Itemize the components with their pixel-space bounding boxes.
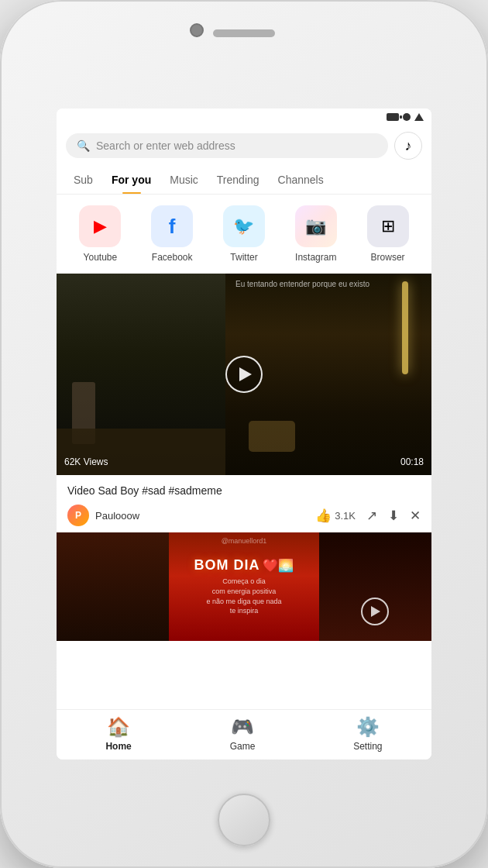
youtube-icon-circle: ▶ bbox=[79, 205, 121, 247]
like-count: 3.1K bbox=[335, 510, 356, 522]
phone-frame: 🔍 Search or enter web address ♪ Sub For … bbox=[0, 0, 488, 868]
phone-screen: 🔍 Search or enter web address ♪ Sub For … bbox=[57, 108, 431, 760]
app-youtube[interactable]: ▶ Youtube bbox=[79, 205, 121, 263]
like-button[interactable]: 👍 3.1K bbox=[315, 508, 356, 524]
video2-play-icon bbox=[371, 606, 380, 617]
bottom-nav: 🏠 Home 🎮 Game ⚙️ Setting bbox=[57, 709, 431, 760]
game-icon: 🎮 bbox=[231, 716, 254, 738]
nav-home-label: Home bbox=[105, 741, 131, 752]
video1-info: Video Sad Boy #sad #sadmeme P Paulooow 👍… bbox=[57, 475, 431, 532]
phone-speaker bbox=[213, 29, 275, 37]
nav-game[interactable]: 🎮 Game bbox=[230, 716, 256, 752]
app-facebook[interactable]: f Facebook bbox=[151, 205, 193, 263]
video1-title: Video Sad Boy #sad #sadmeme bbox=[67, 484, 421, 497]
tab-sub[interactable]: Sub bbox=[64, 166, 102, 194]
nav-game-label: Game bbox=[230, 741, 256, 752]
tab-trending[interactable]: Trending bbox=[208, 166, 269, 194]
signal-icon bbox=[414, 113, 424, 121]
tab-for-you[interactable]: For you bbox=[102, 166, 160, 194]
nav-setting-label: Setting bbox=[353, 741, 382, 752]
facebook-icon: f bbox=[169, 215, 176, 239]
tiktok-icon: ♪ bbox=[405, 138, 412, 154]
browser-label: Browser bbox=[371, 252, 405, 263]
network-dot-icon bbox=[403, 113, 411, 121]
twitter-icon: 🐦 bbox=[233, 216, 254, 236]
status-bar bbox=[57, 108, 431, 126]
video2-play-button[interactable] bbox=[361, 598, 389, 625]
video2-subtitle: Começa o diacom energia positivae não me… bbox=[206, 577, 281, 615]
youtube-icon: ▶ bbox=[94, 216, 107, 236]
author-name[interactable]: Paulooow bbox=[95, 510, 309, 522]
app-twitter[interactable]: 🐦 Twitter bbox=[223, 205, 265, 263]
share-icon: ↗ bbox=[366, 508, 377, 524]
video1-views: 62K Views bbox=[64, 456, 108, 467]
share-button[interactable]: ↗ bbox=[366, 508, 377, 524]
close-icon: ✕ bbox=[410, 508, 421, 524]
like-icon: 👍 bbox=[315, 508, 332, 524]
author-avatar: P bbox=[67, 505, 89, 526]
instagram-label: Instagram bbox=[295, 252, 336, 263]
video1-actions: 👍 3.1K ↗ ⬇ ✕ bbox=[315, 508, 421, 524]
tiktok-button[interactable]: ♪ bbox=[394, 132, 422, 160]
video1-meta: P Paulooow 👍 3.1K ↗ ⬇ ✕ bbox=[67, 505, 421, 526]
browser-icon: ⊞ bbox=[381, 216, 395, 236]
battery-icon bbox=[387, 113, 399, 121]
instagram-icon: 📷 bbox=[305, 216, 326, 236]
video1-caption: Eu tentando entender porque eu existo bbox=[235, 280, 369, 288]
app-icons-row: ▶ Youtube f Facebook 🐦 Twitter 📷 bbox=[57, 195, 431, 274]
facebook-icon-circle: f bbox=[151, 205, 193, 247]
nav-setting[interactable]: ⚙️ Setting bbox=[353, 716, 382, 752]
video2-center: @manuellord1 BOM DIA ❤️🌅 Começa o diacom… bbox=[169, 532, 319, 641]
twitter-icon-circle: 🐦 bbox=[223, 205, 265, 247]
video2-background: @manuellord1 BOM DIA ❤️🌅 Começa o diacom… bbox=[57, 532, 431, 641]
search-bar[interactable]: 🔍 Search or enter web address bbox=[66, 133, 388, 158]
video2-watermark: @manuellord1 bbox=[222, 537, 267, 545]
download-icon: ⬇ bbox=[388, 508, 399, 524]
facebook-label: Facebook bbox=[152, 252, 193, 263]
video2-title: BOM DIA bbox=[194, 557, 259, 574]
tab-channels[interactable]: Channels bbox=[269, 166, 333, 194]
twitter-label: Twitter bbox=[230, 252, 257, 263]
home-button[interactable] bbox=[218, 794, 270, 846]
download-button[interactable]: ⬇ bbox=[388, 508, 399, 524]
video1-container[interactable]: Eu tentando entender porque eu existo 62… bbox=[57, 274, 431, 475]
play-icon bbox=[239, 367, 252, 381]
nav-home[interactable]: 🏠 Home bbox=[105, 716, 131, 752]
video1-duration: 00:18 bbox=[400, 456, 424, 467]
video2-container[interactable]: @manuellord1 BOM DIA ❤️🌅 Começa o diacom… bbox=[57, 532, 431, 641]
search-bar-container: 🔍 Search or enter web address ♪ bbox=[57, 126, 431, 166]
search-icon: 🔍 bbox=[77, 140, 90, 152]
app-browser[interactable]: ⊞ Browser bbox=[367, 205, 409, 263]
tab-music[interactable]: Music bbox=[160, 166, 208, 194]
search-placeholder: Search or enter web address bbox=[96, 140, 235, 152]
youtube-label: Youtube bbox=[84, 252, 118, 263]
setting-icon: ⚙️ bbox=[356, 716, 380, 738]
home-icon: 🏠 bbox=[107, 716, 130, 738]
app-instagram[interactable]: 📷 Instagram bbox=[295, 205, 337, 263]
video1-left-panel bbox=[57, 274, 225, 475]
browser-icon-circle: ⊞ bbox=[367, 205, 409, 247]
video2-right bbox=[319, 532, 431, 641]
video2-emoji: ❤️🌅 bbox=[263, 558, 294, 573]
video1-play-button[interactable] bbox=[225, 356, 263, 393]
close-button[interactable]: ✕ bbox=[410, 508, 421, 524]
video2-left bbox=[57, 532, 169, 641]
tabs-container: Sub For you Music Trending Channels bbox=[57, 166, 431, 195]
instagram-icon-circle: 📷 bbox=[295, 205, 337, 247]
phone-camera bbox=[190, 23, 204, 37]
